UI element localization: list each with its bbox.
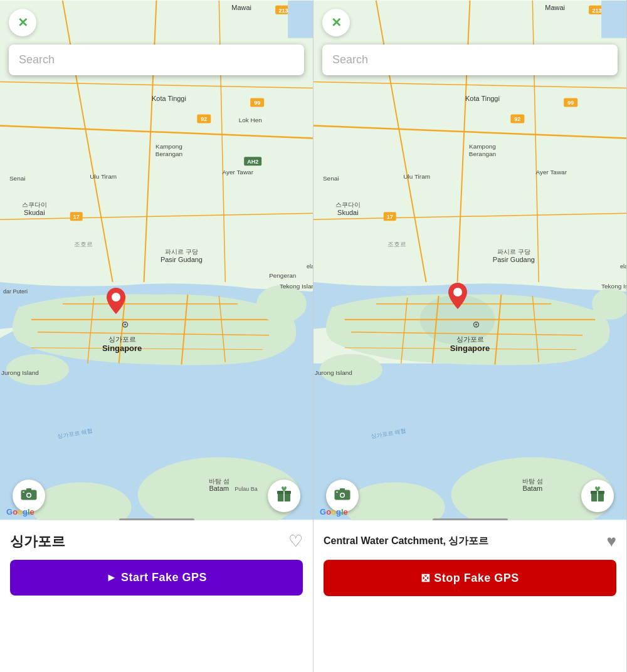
camera-icon (21, 487, 37, 505)
svg-text:파시르 구당: 파시르 구당 (165, 248, 198, 255)
svg-text:Senai: Senai (323, 175, 339, 182)
svg-text:Lok Hen: Lok Hen (239, 117, 262, 123)
svg-text:조호르: 조호르 (74, 241, 93, 248)
svg-point-62 (112, 293, 120, 302)
svg-text:Kota Tinggi: Kota Tinggi (465, 95, 500, 102)
svg-text:Pulau Ba: Pulau Ba (234, 486, 257, 492)
svg-point-32 (256, 285, 307, 323)
svg-point-60 (124, 323, 126, 325)
right-info-panel: Central Water Catchment, 싱가포르 ♥ ⊠ Stop F… (314, 520, 626, 672)
right-search-bar[interactable]: Search (322, 45, 618, 75)
left-gift-button[interactable] (268, 480, 300, 512)
close-icon: ✕ (18, 15, 28, 30)
svg-text:Jurong Island: Jurong Island (315, 369, 352, 376)
svg-text:Ayer Tawar: Ayer Tawar (535, 169, 567, 176)
svg-text:Pasir Gudang: Pasir Gudang (493, 256, 535, 263)
camera-icon (334, 487, 350, 505)
svg-point-128 (475, 323, 477, 325)
svg-text:213: 213 (593, 8, 602, 14)
left-location-row: 싱가포르 ♡ (10, 532, 303, 551)
svg-text:Skudai: Skudai (24, 209, 45, 216)
svg-text:싱가포르: 싱가포르 (108, 335, 136, 343)
svg-text:조호르: 조호르 (387, 241, 406, 248)
svg-text:Tekong Island: Tekong Island (601, 283, 626, 290)
svg-rect-66 (26, 488, 31, 491)
svg-text:92: 92 (201, 116, 207, 122)
right-google-logo: Google (320, 507, 348, 517)
svg-text:Pasir Gudang: Pasir Gudang (161, 256, 203, 263)
svg-text:바탐 섬: 바탐 섬 (209, 478, 229, 485)
svg-text:Singapore: Singapore (450, 344, 490, 353)
right-search-placeholder: Search (332, 53, 368, 66)
svg-text:elang Patah: elang Patah (307, 263, 313, 270)
svg-text:17: 17 (387, 214, 393, 220)
left-location-name: 싱가포르 (10, 532, 65, 551)
svg-text:99: 99 (567, 100, 574, 106)
svg-text:Ayer Tawar: Ayer Tawar (222, 169, 253, 176)
svg-text:elang Patah: elang Patah (620, 263, 626, 270)
svg-rect-29 (288, 1, 313, 38)
svg-text:99: 99 (254, 100, 260, 106)
svg-text:Mawai: Mawai (231, 4, 251, 11)
svg-text:스쿠다이: 스쿠다이 (335, 201, 361, 208)
svg-text:바탐 섬: 바탐 섬 (522, 478, 543, 485)
svg-text:Singapore: Singapore (102, 344, 142, 353)
svg-text:Tekong Island: Tekong Island (280, 283, 313, 290)
svg-text:Batam: Batam (522, 485, 542, 492)
svg-text:Berangan: Berangan (469, 150, 496, 157)
svg-text:파시르 구당: 파시르 구당 (497, 248, 530, 255)
svg-text:스쿠다이: 스쿠다이 (22, 201, 47, 208)
left-heart-button[interactable]: ♡ (288, 532, 303, 551)
svg-text:Kota Tinggi: Kota Tinggi (152, 95, 186, 102)
left-close-button[interactable]: ✕ (9, 9, 36, 36)
gift-icon (275, 485, 293, 507)
right-gift-button[interactable] (581, 480, 614, 512)
svg-point-65 (28, 494, 31, 497)
right-stop-gps-button[interactable]: ⊠ Stop Fake GPS (324, 560, 616, 596)
svg-point-133 (341, 494, 344, 497)
svg-point-130 (453, 288, 462, 297)
svg-text:Mawai: Mawai (545, 4, 565, 11)
svg-text:Batam: Batam (209, 485, 229, 492)
svg-text:Ulu Tiram: Ulu Tiram (403, 173, 430, 180)
svg-text:Pengeran: Pengeran (269, 272, 296, 279)
right-location-name: Central Water Catchment, 싱가포르 (324, 535, 488, 548)
svg-text:Senai: Senai (9, 175, 26, 182)
left-panel: 92 99 17 AH2 213 (0, 0, 314, 672)
svg-text:Berangan: Berangan (155, 150, 182, 157)
svg-rect-134 (340, 488, 345, 491)
right-map-pin (448, 283, 467, 315)
svg-rect-135 (336, 491, 338, 493)
right-close-button[interactable]: ✕ (322, 9, 350, 36)
right-location-row: Central Water Catchment, 싱가포르 ♥ (324, 532, 616, 551)
left-start-gps-button[interactable]: ► Start Fake GPS (10, 560, 303, 596)
right-panel: 92 99 17 3 213 212 (314, 0, 627, 672)
left-map-pin (107, 288, 125, 320)
svg-text:dar Puteri: dar Puteri (3, 288, 28, 295)
left-map: 92 99 17 AH2 213 (0, 0, 313, 520)
svg-text:싱가포르: 싱가포르 (456, 335, 484, 343)
left-info-panel: 싱가포르 ♡ ► Start Fake GPS (0, 520, 313, 672)
svg-text:Jurong Island: Jurong Island (1, 369, 39, 376)
svg-text:Skudai: Skudai (337, 209, 359, 216)
gift-icon (589, 485, 606, 507)
svg-text:213: 213 (279, 8, 288, 14)
svg-rect-67 (23, 491, 24, 493)
right-heart-button[interactable]: ♥ (607, 532, 616, 551)
close-icon: ✕ (331, 15, 342, 30)
svg-text:Kampong: Kampong (155, 143, 182, 150)
left-google-logo: Google (6, 507, 34, 517)
left-search-placeholder: Search (19, 53, 55, 66)
svg-text:Kampong: Kampong (469, 143, 496, 150)
svg-rect-102 (601, 1, 626, 38)
svg-text:17: 17 (73, 214, 80, 220)
svg-text:Ulu Tiram: Ulu Tiram (90, 173, 117, 180)
right-map: 92 99 17 3 213 212 (314, 0, 626, 520)
svg-text:92: 92 (514, 116, 520, 122)
left-search-bar[interactable]: Search (9, 45, 304, 75)
svg-text:AH2: AH2 (247, 159, 258, 165)
